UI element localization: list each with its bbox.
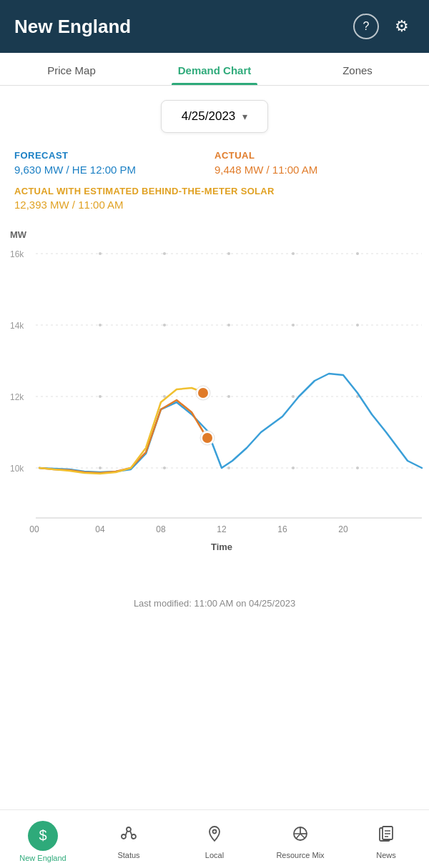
svg-text:12k: 12k — [10, 392, 24, 402]
svg-point-6 — [292, 252, 295, 255]
chevron-down-icon: ▾ — [242, 111, 247, 122]
actual-label: ACTUAL — [214, 150, 415, 161]
svg-text:Time: Time — [211, 542, 232, 552]
svg-text:20: 20 — [338, 524, 348, 534]
svg-point-5 — [227, 252, 230, 255]
forecast-stat: FORECAST 9,630 MW / HE 12:00 PM — [14, 150, 214, 176]
svg-point-14 — [356, 324, 359, 326]
svg-text:00: 00 — [29, 524, 39, 534]
svg-text:16k: 16k — [10, 249, 24, 259]
date-selector[interactable]: 4/25/2023 ▾ — [161, 100, 269, 133]
svg-text:04: 04 — [95, 524, 105, 534]
svg-point-12 — [227, 324, 230, 326]
svg-text:14k: 14k — [10, 321, 24, 331]
tab-bar: Price Map Demand Chart Zones — [0, 53, 429, 86]
svg-point-11 — [163, 324, 166, 326]
page-title: New England — [14, 16, 131, 38]
svg-point-19 — [227, 395, 230, 398]
demand-chart: MW 16k 14k 12k 10k — [0, 218, 429, 592]
settings-button[interactable]: ⚙ — [389, 14, 415, 39]
svg-point-3 — [99, 252, 102, 255]
actual-stat: ACTUAL 9,448 MW / 11:00 AM — [214, 150, 415, 176]
svg-text:12: 12 — [217, 524, 227, 534]
solar-value: 12,393 MW / 11:00 AM — [14, 199, 415, 211]
svg-point-24 — [99, 467, 102, 469]
svg-point-13 — [292, 324, 295, 326]
svg-point-4 — [163, 252, 166, 255]
svg-text:16: 16 — [277, 524, 287, 534]
date-value: 4/25/2023 — [182, 109, 236, 124]
svg-point-30 — [202, 433, 212, 443]
date-selector-wrap: 4/25/2023 ▾ — [0, 86, 429, 143]
tab-price-map[interactable]: Price Map — [0, 53, 143, 85]
forecast-label: FORECAST — [14, 150, 214, 161]
svg-text:10k: 10k — [10, 464, 24, 474]
solar-row: ACTUAL WITH ESTIMATED BEHIND-THE-METER S… — [0, 180, 429, 218]
svg-point-25 — [163, 467, 166, 469]
actual-value: 9,448 MW / 11:00 AM — [214, 164, 415, 176]
svg-point-7 — [356, 252, 359, 255]
forecast-value: 9,630 MW / HE 12:00 PM — [14, 164, 214, 176]
svg-point-26 — [227, 467, 230, 469]
svg-point-17 — [99, 395, 102, 398]
svg-point-27 — [292, 467, 295, 469]
solar-label: ACTUAL WITH ESTIMATED BEHIND-THE-METER S… — [14, 186, 415, 196]
tab-demand-chart[interactable]: Demand Chart — [143, 53, 286, 85]
svg-point-20 — [292, 395, 295, 398]
svg-point-10 — [99, 324, 102, 326]
svg-text:08: 08 — [156, 524, 166, 534]
header: New England ? ⚙ — [0, 0, 429, 53]
svg-point-28 — [356, 467, 359, 469]
header-icons: ? ⚙ — [353, 14, 415, 39]
last-modified: Last modified: 11:00 AM on 04/25/2023 — [0, 592, 429, 680]
help-button[interactable]: ? — [353, 14, 379, 39]
tab-zones[interactable]: Zones — [286, 53, 429, 85]
stats-row: FORECAST 9,630 MW / HE 12:00 PM ACTUAL 9… — [0, 143, 429, 180]
svg-point-32 — [198, 388, 208, 398]
svg-text:MW: MW — [10, 229, 27, 240]
